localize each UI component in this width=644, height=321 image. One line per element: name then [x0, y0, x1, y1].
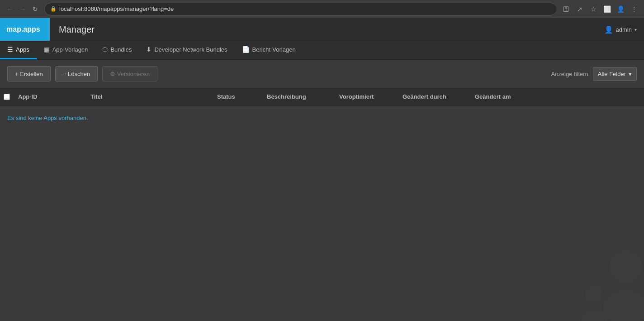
watermark	[567, 240, 644, 321]
fields-chevron-icon: ▾	[629, 71, 632, 77]
profile-icon[interactable]: 👤	[615, 4, 626, 14]
star-icon[interactable]: ☆	[588, 4, 599, 14]
app-vorlagen-tab-icon: ▦	[44, 46, 50, 53]
tab-app-vorlagen[interactable]: ▦ App-Vorlagen	[37, 41, 95, 59]
table-header-titel: Titel	[90, 93, 217, 100]
user-icon: 👤	[604, 25, 613, 34]
url-text: localhost:8080/mapapps/manager/?lang=de	[59, 5, 174, 12]
svg-point-1	[603, 289, 644, 321]
table-header-app-id: App-ID	[18, 93, 90, 100]
user-label[interactable]: admin	[616, 26, 632, 33]
tab-bericht-vorlagen-label: Bericht-Vorlagen	[252, 46, 296, 53]
lock-icon: 🔒	[50, 6, 57, 12]
select-all-checkbox[interactable]	[4, 94, 10, 100]
delete-button[interactable]: − Löschen	[55, 66, 98, 81]
forward-button[interactable]: →	[17, 4, 28, 14]
tab-app-vorlagen-label: App-Vorlagen	[52, 46, 88, 53]
tab-apps[interactable]: ☰ Apps	[0, 41, 37, 59]
app-logo: map.apps	[0, 18, 50, 41]
browser-nav-buttons: ← → ↻	[5, 4, 41, 14]
table-header: App-ID Titel Status Beschreibung Voropti…	[0, 88, 644, 105]
create-button[interactable]: + Erstellen	[7, 66, 51, 81]
toolbar: + Erstellen − Löschen ⚙ Versionieren Anz…	[0, 60, 644, 88]
tab-bundles-label: Bundles	[110, 46, 132, 53]
svg-point-3	[582, 310, 607, 321]
back-button[interactable]: ←	[5, 4, 15, 14]
version-button[interactable]: ⚙ Versionieren	[102, 66, 157, 81]
table-header-geaendert-durch: Geändert durch	[402, 93, 475, 100]
browser-actions: ⚿ ↗ ☆ ⬜ 👤 ⋮	[561, 4, 639, 14]
apps-tab-icon: ☰	[7, 46, 13, 53]
tab-apps-label: Apps	[16, 46, 29, 53]
app-header: map.apps Manager 👤 admin ▾	[0, 18, 644, 41]
share-icon[interactable]: ↗	[574, 4, 585, 14]
table-header-geaendert-am: Geändert am	[475, 93, 547, 100]
bundles-tab-icon: ⬡	[102, 46, 108, 53]
bericht-vorlagen-tab-icon: 📄	[242, 46, 250, 53]
tab-developer-network-bundles-label: Developer Network Bundles	[154, 46, 227, 53]
tab-bericht-vorlagen[interactable]: 📄 Bericht-Vorlagen	[235, 41, 303, 59]
browser-chrome: ← → ↻ 🔒 localhost:8080/mapapps/manager/?…	[0, 0, 644, 18]
app-title: Manager	[50, 24, 104, 35]
dev-bundles-tab-icon: ⬇	[146, 46, 152, 53]
table-header-checkbox[interactable]	[4, 94, 18, 100]
menu-icon[interactable]: ⋮	[629, 4, 639, 14]
tab-developer-network-bundles[interactable]: ⬇ Developer Network Bundles	[139, 41, 234, 59]
fields-dropdown[interactable]: Alle Felder ▾	[593, 67, 637, 81]
tab-bundles[interactable]: ⬡ Bundles	[95, 41, 139, 59]
address-bar[interactable]: 🔒 localhost:8080/mapapps/manager/?lang=d…	[44, 3, 557, 15]
user-chevron-icon[interactable]: ▾	[635, 27, 637, 32]
filter-label: Anzeige filtern	[551, 71, 588, 77]
nav-tabs: ☰ Apps ▦ App-Vorlagen ⬡ Bundles ⬇ Develo…	[0, 41, 644, 60]
svg-point-0	[610, 250, 642, 283]
reload-button[interactable]: ↻	[30, 4, 41, 14]
key-icon[interactable]: ⚿	[561, 4, 572, 14]
toolbar-right: Anzeige filtern Alle Felder ▾	[551, 67, 637, 81]
window-icon[interactable]: ⬜	[601, 4, 612, 14]
header-right: 👤 admin ▾	[604, 25, 644, 34]
table-header-status: Status	[217, 93, 267, 100]
fields-label: Alle Felder	[598, 71, 626, 77]
table-header-voroptimiert: Voroptimiert	[339, 93, 402, 100]
table-header-beschreibung: Beschreibung	[267, 93, 339, 100]
svg-point-2	[585, 285, 603, 303]
empty-message: Es sind keine Apps vorhanden.	[0, 105, 644, 130]
main-content: + Erstellen − Löschen ⚙ Versionieren Anz…	[0, 60, 644, 321]
